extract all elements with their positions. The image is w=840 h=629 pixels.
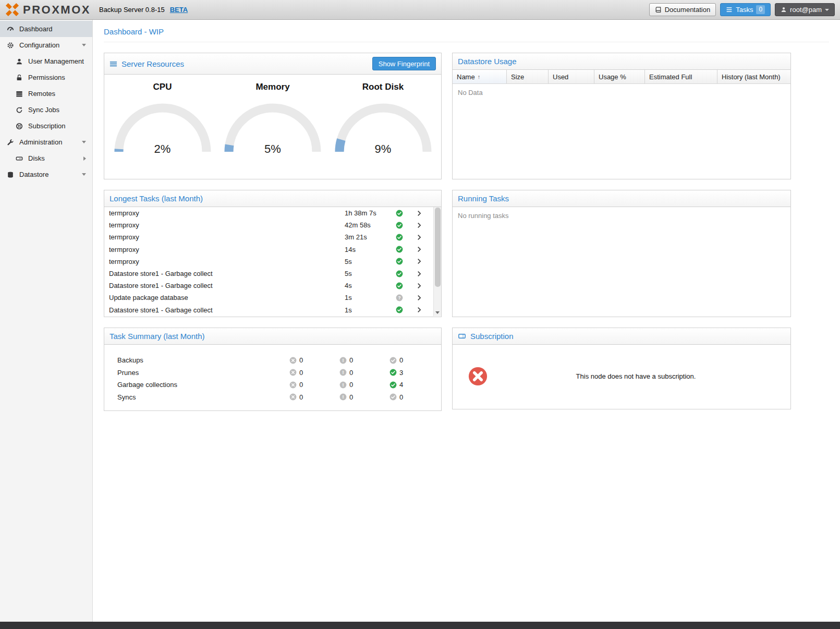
summary-count: 0 bbox=[349, 369, 353, 377]
summary-ok-cell: 4 bbox=[389, 381, 440, 389]
task-row[interactable]: Datastore store1 - Garbage collect1s bbox=[104, 304, 441, 316]
subscription-panel: Subscription This node does not have a s… bbox=[452, 328, 791, 409]
running-tasks-panel: Running Tasks No running tasks bbox=[452, 190, 791, 317]
sidebar-item-configuration[interactable]: Configuration bbox=[0, 37, 92, 53]
server-resources-panel: Server Resources Show Fingerprint CPU2%M… bbox=[104, 53, 442, 179]
tasks-button[interactable]: Tasks 0 bbox=[720, 3, 771, 16]
task-name: termproxy bbox=[109, 258, 345, 265]
sidebar-item-administration[interactable]: Administration bbox=[0, 134, 92, 150]
datastore-usage-columns: Name↑SizeUsedUsage %Estimated FullHistor… bbox=[453, 70, 790, 84]
sidebar: DashboardConfigurationUser ManagementPer… bbox=[0, 20, 93, 622]
scrollbar[interactable] bbox=[433, 207, 441, 316]
task-row[interactable]: termproxy1h 38m 7s bbox=[104, 207, 441, 219]
column-header-estimated-full[interactable]: Estimated Full bbox=[645, 70, 717, 83]
warnings-status-icon: ! bbox=[339, 357, 347, 364]
server-resources-header: Server Resources Show Fingerprint bbox=[104, 53, 441, 75]
sidebar-item-datastore[interactable]: Datastore bbox=[0, 166, 92, 183]
chevron-right-icon[interactable] bbox=[416, 306, 431, 313]
warnings-status-icon: ! bbox=[339, 369, 347, 376]
summary-warnings-cell: !0 bbox=[339, 381, 389, 389]
chevron-right-icon[interactable] bbox=[416, 258, 431, 265]
show-fingerprint-button[interactable]: Show Fingerprint bbox=[372, 57, 436, 70]
chevron-right-icon[interactable] bbox=[416, 222, 431, 229]
summary-label: Prunes bbox=[117, 369, 289, 377]
summary-warnings-cell: !0 bbox=[339, 369, 389, 377]
chevron-down-icon[interactable] bbox=[82, 44, 86, 46]
column-header-name[interactable]: Name↑ bbox=[453, 70, 507, 83]
sidebar-item-dashboard[interactable]: Dashboard bbox=[0, 21, 92, 37]
gauge-title: Root Disk bbox=[331, 82, 435, 92]
header: PROXMOX Backup Server 0.8-15 BETA Docume… bbox=[0, 0, 840, 20]
task-name: Datastore store1 - Garbage collect bbox=[109, 306, 345, 314]
task-row[interactable]: Datastore store1 - Garbage collect5s bbox=[104, 268, 441, 280]
chevron-right-icon[interactable] bbox=[416, 282, 431, 289]
svg-text:?: ? bbox=[398, 295, 400, 300]
summary-label: Backups bbox=[117, 356, 289, 364]
status-ok-icon bbox=[396, 234, 416, 241]
summary-label: Garbage collections bbox=[117, 381, 289, 389]
task-duration: 42m 58s bbox=[345, 221, 396, 229]
sidebar-item-remotes[interactable]: Remotes bbox=[0, 86, 92, 102]
tasks-label: Tasks bbox=[736, 6, 753, 14]
sidebar-item-permissions[interactable]: Permissions bbox=[0, 69, 92, 86]
column-header-history-last-month-[interactable]: History (last Month) bbox=[717, 70, 790, 83]
task-row[interactable]: termproxy5s bbox=[104, 256, 441, 268]
summary-row: Syncs0!00 bbox=[104, 391, 441, 404]
task-row[interactable]: termproxy3m 21s bbox=[104, 231, 441, 243]
content: Dashboard - WIP Server Resources Show Fi… bbox=[93, 20, 840, 622]
page-title: Dashboard - WIP bbox=[104, 20, 829, 42]
unlock-icon bbox=[15, 74, 23, 81]
proxmox-x-icon bbox=[5, 3, 19, 17]
summary-count: 0 bbox=[299, 393, 303, 401]
sidebar-item-sync-jobs[interactable]: Sync Jobs bbox=[0, 102, 92, 118]
server-icon bbox=[109, 60, 117, 68]
gauge-value: 9% bbox=[331, 142, 435, 156]
svg-text:!: ! bbox=[343, 370, 344, 375]
scrollbar-down-arrow[interactable] bbox=[435, 311, 440, 314]
chevron-down-icon[interactable] bbox=[82, 173, 86, 176]
longest-tasks-panel: Longest Tasks (last Month) termproxy1h 3… bbox=[104, 190, 442, 317]
user-menu-button[interactable]: root@pam bbox=[775, 3, 835, 16]
column-header-usage-[interactable]: Usage % bbox=[594, 70, 645, 83]
longest-tasks-list: termproxy1h 38m 7stermproxy42m 58stermpr… bbox=[104, 207, 441, 316]
chevron-down-icon[interactable] bbox=[82, 141, 86, 143]
chevron-right-icon[interactable] bbox=[83, 156, 86, 161]
chevron-right-icon[interactable] bbox=[416, 294, 431, 301]
task-duration: 1s bbox=[345, 294, 396, 301]
column-header-size[interactable]: Size bbox=[507, 70, 549, 83]
summary-warnings-cell: !0 bbox=[339, 356, 389, 364]
beta-link[interactable]: BETA bbox=[170, 6, 188, 14]
task-name: Datastore store1 - Garbage collect bbox=[109, 270, 345, 277]
proxmox-logo: PROXMOX bbox=[5, 3, 91, 17]
errors-status-icon bbox=[289, 381, 297, 389]
task-row[interactable]: termproxy42m 58s bbox=[104, 219, 441, 231]
chevron-right-icon[interactable] bbox=[416, 234, 431, 241]
sidebar-item-disks[interactable]: Disks bbox=[0, 150, 92, 166]
chevron-right-icon[interactable] bbox=[416, 210, 431, 217]
task-row[interactable]: termproxy14s bbox=[104, 244, 441, 256]
status-ok-icon bbox=[396, 258, 416, 265]
logo-wordmark: PROXMOX bbox=[23, 3, 91, 17]
task-duration: 4s bbox=[345, 282, 396, 289]
summary-ok-cell: 0 bbox=[389, 356, 440, 364]
chevron-right-icon[interactable] bbox=[416, 270, 431, 277]
app-title: Backup Server 0.8-15 bbox=[99, 6, 165, 14]
chevron-down-icon bbox=[825, 9, 829, 11]
sidebar-item-user-management[interactable]: User Management bbox=[0, 53, 92, 69]
scrollbar-thumb[interactable] bbox=[435, 208, 441, 287]
chevron-right-icon[interactable] bbox=[416, 246, 431, 253]
summary-label: Syncs bbox=[117, 393, 289, 401]
summary-count: 0 bbox=[349, 393, 353, 401]
task-row[interactable]: Update package database1s? bbox=[104, 292, 441, 304]
ticket-icon bbox=[458, 332, 466, 340]
refresh-icon bbox=[15, 106, 23, 114]
column-header-used[interactable]: Used bbox=[549, 70, 594, 83]
summary-count: 0 bbox=[299, 369, 303, 377]
summary-count: 0 bbox=[349, 381, 353, 389]
documentation-button[interactable]: Documentation bbox=[649, 3, 716, 16]
support-icon bbox=[15, 123, 23, 130]
summary-row: Prunes0!03 bbox=[104, 367, 441, 379]
task-row[interactable]: Datastore store1 - Garbage collect4s bbox=[104, 280, 441, 292]
sidebar-item-subscription[interactable]: Subscription bbox=[0, 118, 92, 134]
status-ok-icon bbox=[396, 222, 416, 229]
